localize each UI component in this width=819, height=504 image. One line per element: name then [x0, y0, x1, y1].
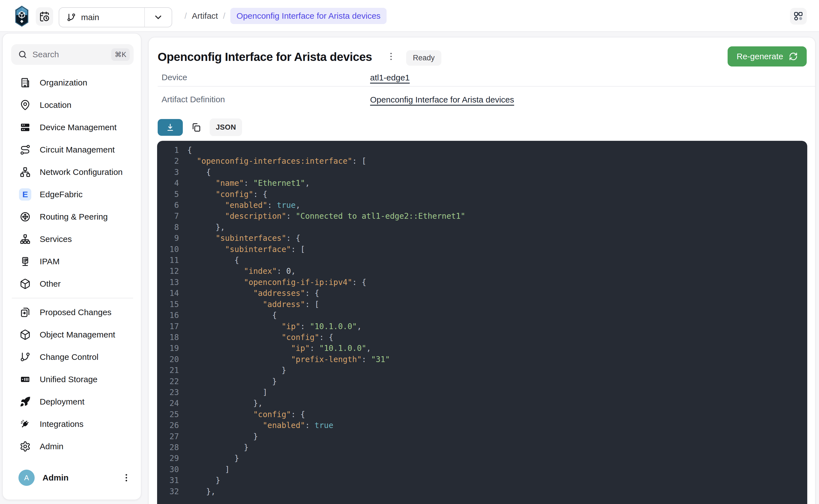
sidebar-item-label: Organization [40, 78, 87, 87]
route-icon [20, 144, 31, 155]
code-line: 17 "ip": "10.1.0.0", [157, 321, 807, 332]
code-text: } [187, 431, 258, 442]
line-number: 29 [157, 453, 179, 464]
line-number: 18 [157, 332, 179, 343]
search-icon [18, 50, 27, 59]
line-number: 8 [157, 222, 179, 233]
sidebar-item-other[interactable]: Other [3, 273, 142, 295]
chevron-down-icon[interactable] [145, 12, 172, 22]
sidebar-item-location[interactable]: Location [3, 94, 142, 116]
search-shortcut: ⌘K [111, 48, 130, 61]
workflow-button[interactable] [790, 8, 807, 25]
line-number: 17 [157, 321, 179, 332]
sidebar-item-object-management[interactable]: Object Management [3, 324, 142, 346]
search-input[interactable]: Search ⌘K [11, 44, 134, 65]
field-label: Artifact Definition [158, 95, 370, 104]
code-line: 23 ] [157, 387, 807, 398]
sidebar-item-network-configuration[interactable]: Network Configuration [3, 161, 142, 183]
hierarchy-icon [20, 234, 31, 245]
code-line: 8 }, [157, 222, 807, 233]
line-number: 15 [157, 299, 179, 310]
sidebar-item-admin[interactable]: Admin [3, 435, 142, 458]
line-number: 9 [157, 233, 179, 244]
sidebar-item-device-management[interactable]: Device Management [3, 116, 142, 139]
sidebar-item-ipam[interactable]: IPAM [3, 250, 142, 273]
file-arrow-icon [20, 307, 31, 318]
code-line: 13 "openconfig-if-ip:ipv4": { [157, 277, 807, 288]
sidebar-item-edgefabric[interactable]: EEdgeFabric [3, 183, 142, 206]
sidebar-item-deployment[interactable]: Deployment [3, 391, 142, 413]
sidebar-item-label: Change Control [40, 352, 98, 362]
code-line: 11 { [157, 255, 807, 266]
page-title: Openconfig Interface for Arista devices [158, 50, 372, 64]
sidebar-item-change-control[interactable]: Change Control [3, 346, 142, 368]
git-branch-icon [20, 351, 31, 363]
server-icon [20, 122, 31, 133]
code-line: 24 }, [157, 398, 807, 409]
code-text: "ip": "10.1.0.0", [187, 321, 362, 332]
sidebar-item-routing-peering[interactable]: Routing & Peering [3, 206, 142, 228]
sidebar-item-organization[interactable]: Organization [3, 72, 142, 94]
code-text: { [187, 167, 211, 178]
line-number: 13 [157, 277, 179, 288]
sidebar-item-unified-storage[interactable]: Unified Storage [3, 368, 142, 391]
line-number: 11 [157, 255, 179, 266]
code-text: "config": { [187, 189, 267, 200]
sidebar-item-proposed-changes[interactable]: Proposed Changes [3, 301, 142, 324]
line-number: 21 [157, 365, 179, 376]
branch-selector[interactable]: main [59, 7, 172, 27]
code-text: "prefix-length": "31" [187, 354, 390, 365]
map-pin-icon [20, 99, 31, 111]
sidebar: Search ⌘K OrganizationLocationDevice Man… [2, 33, 141, 500]
format-chip[interactable]: JSON [210, 118, 242, 136]
code-text: ] [187, 387, 267, 398]
user-row[interactable]: A Admin [3, 465, 142, 490]
title-kebab-icon[interactable] [386, 51, 396, 61]
breadcrumb: / Artifact / Openconfig Interface for Ar… [184, 0, 386, 32]
box-icon [20, 278, 31, 289]
field-value-link: atl1-edge1 [370, 72, 410, 83]
breadcrumb-artifact[interactable]: Artifact [192, 11, 218, 21]
line-number: 3 [157, 167, 179, 178]
code-line: 7 "description": "Connected to atl1-edge… [157, 211, 807, 222]
code-line: 15 "address": [ [157, 299, 807, 310]
code-text: { [187, 145, 192, 156]
code-text: "addresses": { [187, 288, 319, 299]
sidebar-item-circuit-management[interactable]: Circuit Management [3, 139, 142, 161]
code-text: "openconfig-if-ip:ipv4": { [187, 277, 366, 288]
user-menu-kebab-icon[interactable] [121, 472, 132, 483]
status-badge: Ready [406, 50, 442, 66]
line-number: 32 [157, 486, 179, 497]
code-line: 22 } [157, 376, 807, 387]
calendar-button[interactable] [36, 7, 53, 26]
code-block[interactable]: 1{2 "openconfig-interfaces:interface": [… [157, 141, 807, 504]
sidebar-item-label: Routing & Peering [40, 212, 108, 222]
line-number: 19 [157, 343, 179, 354]
code-line: 18 "config": { [157, 332, 807, 343]
sidebar-item-label: Object Management [40, 330, 115, 339]
line-number: 7 [157, 211, 179, 222]
code-line: 5 "config": { [157, 189, 807, 200]
code-text: { [187, 255, 239, 266]
sidebar-nav: OrganizationLocationDevice ManagementCir… [3, 72, 142, 458]
regenerate-button[interactable]: Re-generate [728, 46, 807, 66]
gear-icon [20, 441, 31, 452]
building-icon [20, 77, 31, 88]
box-icon [20, 329, 31, 340]
code-line: 3 { [157, 167, 807, 178]
field-row: Artifact DefinitionOpenconfig Interface … [158, 87, 815, 112]
sidebar-item-integrations[interactable]: Integrations [3, 413, 142, 435]
network-icon [20, 167, 31, 178]
copy-button[interactable] [188, 119, 205, 136]
code-line: 16 { [157, 310, 807, 321]
breadcrumb-current[interactable]: Openconfig Interface for Arista devices [230, 8, 386, 24]
code-text: } [187, 442, 248, 453]
app-logo-icon[interactable] [15, 6, 28, 27]
line-number: 23 [157, 387, 179, 398]
code-line: 12 "index": 0, [157, 266, 807, 277]
sidebar-item-services[interactable]: Services [3, 228, 142, 250]
topbar: main / Artifact / Openconfig Interface f… [0, 0, 819, 32]
sidebar-item-label: Other [40, 279, 61, 289]
refresh-icon [789, 52, 798, 61]
download-button[interactable] [158, 119, 183, 136]
